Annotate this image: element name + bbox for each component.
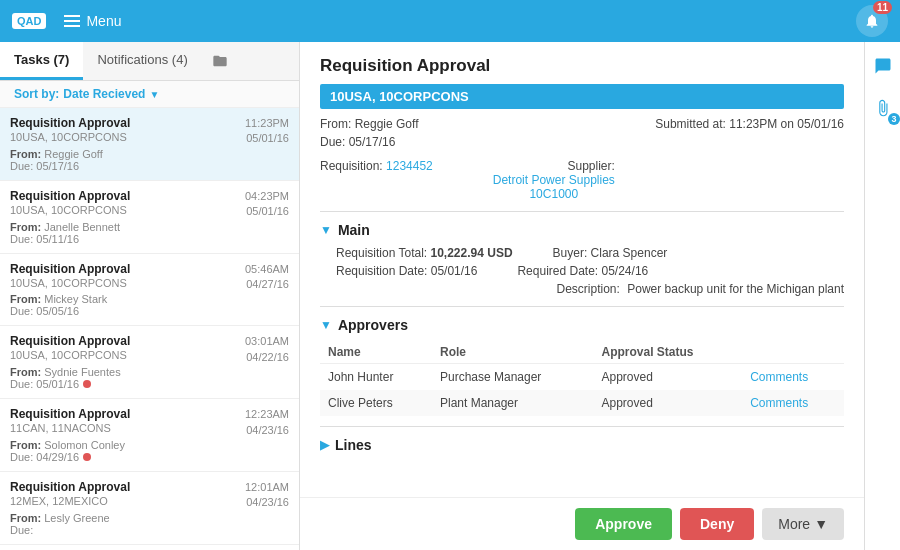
approvers-collapse-icon: ▼ (320, 318, 332, 332)
task-due: Due: 04/29/16 (10, 451, 289, 463)
folder-icon (212, 53, 228, 69)
task-subtitle: 12MEX, 12MEXICO (10, 495, 130, 507)
lines-expand-icon: ▶ (320, 438, 329, 452)
approvers-table: Name Role Approval Status John Hunter Pu… (320, 341, 844, 416)
task-time: 12:01AM04/23/16 (245, 480, 289, 511)
buyer-label: Buyer: (553, 246, 588, 260)
hamburger-icon (64, 15, 80, 27)
folder-icon-btn[interactable] (202, 42, 238, 80)
task-from: From: Lesly Greene (10, 512, 289, 524)
approvers-section-label: Approvers (338, 317, 408, 333)
approver-comments-link[interactable]: Comments (750, 396, 808, 410)
task-subtitle: 10USA, 10CORPCONS (10, 204, 130, 216)
chat-icon (874, 57, 892, 75)
task-time: 04:23PM05/01/16 (245, 189, 289, 220)
req-meta-row: From: Reggie Goff Submitted at: 11:23PM … (320, 117, 844, 131)
task-title: Requisition Approval (10, 262, 130, 276)
main-section-label: Main (338, 222, 370, 238)
req-total-value: 10,222.94 USD (431, 246, 513, 260)
tab-tasks[interactable]: Tasks (7) (0, 42, 83, 80)
approvers-section-header[interactable]: ▼ Approvers (320, 317, 844, 333)
supplier-label: Supplier: (567, 159, 614, 173)
more-button[interactable]: More ▼ (762, 508, 844, 540)
req-date-value: 05/01/16 (431, 264, 478, 278)
chat-icon-btn[interactable] (869, 52, 897, 80)
task-item[interactable]: Requisition Approval 12MEX, 12MEXICO 12:… (0, 472, 299, 545)
buyer-field: Buyer: Clara Spencer (553, 246, 668, 260)
task-from: From: Mickey Stark (10, 293, 289, 305)
task-due: Due: (10, 524, 289, 536)
task-item[interactable]: Requisition Approval 10USA, 10CORPCONS 0… (0, 326, 299, 399)
supplier-link[interactable]: Detroit Power Supplies 10C1000 (493, 173, 615, 201)
approver-comments-link[interactable]: Comments (750, 370, 808, 384)
approve-button[interactable]: Approve (575, 508, 672, 540)
required-date-value: 05/24/16 (602, 264, 649, 278)
left-panel: Tasks (7) Notifications (4) Sort by: Dat… (0, 42, 300, 550)
more-arrow-icon: ▼ (814, 516, 828, 532)
lines-section-header[interactable]: ▶ Lines (320, 437, 844, 453)
approver-status: Approved (594, 364, 743, 391)
req-total-label: Requisition Total: (336, 246, 427, 260)
supplier-id: 10C1000 (529, 187, 578, 201)
menu-label: Menu (86, 13, 121, 29)
right-panel: Requisition Approval 10USA, 10CORPCONS F… (300, 42, 864, 550)
task-list: Requisition Approval 10USA, 10CORPCONS 1… (0, 108, 299, 550)
desc-label: Description: (557, 282, 620, 296)
task-subtitle: 10USA, 10CORPCONS (10, 349, 130, 361)
req-fields-row: Requisition: 1234452 Supplier: Detroit P… (320, 159, 844, 201)
task-time: 05:46AM04/27/16 (245, 262, 289, 293)
approvers-section: ▼ Approvers Name Role Approval Status Jo… (320, 306, 844, 416)
app-logo: QAD (12, 13, 46, 29)
required-date-label: Required Date: (517, 264, 598, 278)
task-item[interactable]: Requisition Approval 11CAN, 11NACONS 12:… (0, 399, 299, 472)
req-number-label: Requisition: (320, 159, 383, 173)
logo-box: QAD (12, 13, 46, 29)
required-date-field: Required Date: 05/24/16 (517, 264, 648, 278)
col-status: Approval Status (594, 341, 743, 364)
task-subtitle: 11CAN, 11NACONS (10, 422, 130, 434)
main-section-body: Requisition Total: 10,222.94 USD Buyer: … (320, 246, 844, 296)
col-name: Name (320, 341, 432, 364)
req-banner: 10USA, 10CORPCONS (320, 84, 844, 109)
col-comment (742, 341, 844, 364)
lines-section-label: Lines (335, 437, 372, 453)
sort-field[interactable]: Date Recieved (63, 87, 145, 101)
attachment-icon-btn[interactable]: 3 (869, 94, 897, 122)
desc-value: Power backup unit for the Michigan plant (627, 282, 844, 296)
task-from: From: Solomon Conley (10, 439, 289, 451)
lines-section: ▶ Lines (320, 426, 844, 453)
approver-row: John Hunter Purchase Manager Approved Co… (320, 364, 844, 391)
task-from: From: Sydnie Fuentes (10, 366, 289, 378)
main-section-header[interactable]: ▼ Main (320, 222, 844, 238)
task-due: Due: 05/11/16 (10, 233, 289, 245)
deny-button[interactable]: Deny (680, 508, 754, 540)
task-title: Requisition Approval (10, 407, 130, 421)
req-number-link[interactable]: 1234452 (386, 159, 433, 173)
req-due: Due: 05/17/16 (320, 135, 844, 149)
approver-row: Clive Peters Plant Manager Approved Comm… (320, 390, 844, 416)
desc-field: Description: Power backup unit for the M… (557, 282, 845, 296)
req-date-field: Requisition Date: 05/01/16 (336, 264, 477, 278)
right-content: Requisition Approval 10USA, 10CORPCONS F… (300, 42, 864, 497)
task-title: Requisition Approval (10, 334, 130, 348)
col-role: Role (432, 341, 594, 364)
task-time: 03:01AM04/22/16 (245, 334, 289, 365)
task-from: From: Janelle Bennett (10, 221, 289, 233)
page-title: Requisition Approval (320, 56, 844, 76)
task-due: Due: 05/01/16 (10, 378, 289, 390)
task-item[interactable]: Requisition Approval 10USA, 10CORPCONS 0… (0, 254, 299, 327)
tab-notifications[interactable]: Notifications (4) (83, 42, 201, 80)
app-header: QAD Menu 11 (0, 0, 900, 42)
req-submitted: Submitted at: 11:23PM on 05/01/16 (655, 117, 844, 131)
task-title: Requisition Approval (10, 116, 130, 130)
task-item[interactable]: Requisition Approval 10USA, 10CORPCONS 1… (0, 108, 299, 181)
menu-button[interactable]: Menu (64, 13, 121, 29)
sort-bar: Sort by: Date Recieved ▼ (0, 81, 299, 108)
task-time: 12:23AM04/23/16 (245, 407, 289, 438)
task-item[interactable]: Requisition Approval 10USA, 10CORPCONS 0… (0, 181, 299, 254)
task-time: 11:23PM05/01/16 (245, 116, 289, 147)
notification-button[interactable]: 11 (856, 5, 888, 37)
task-due: Due: 05/05/16 (10, 305, 289, 317)
task-subtitle: 10USA, 10CORPCONS (10, 277, 130, 289)
approver-role: Plant Manager (432, 390, 594, 416)
